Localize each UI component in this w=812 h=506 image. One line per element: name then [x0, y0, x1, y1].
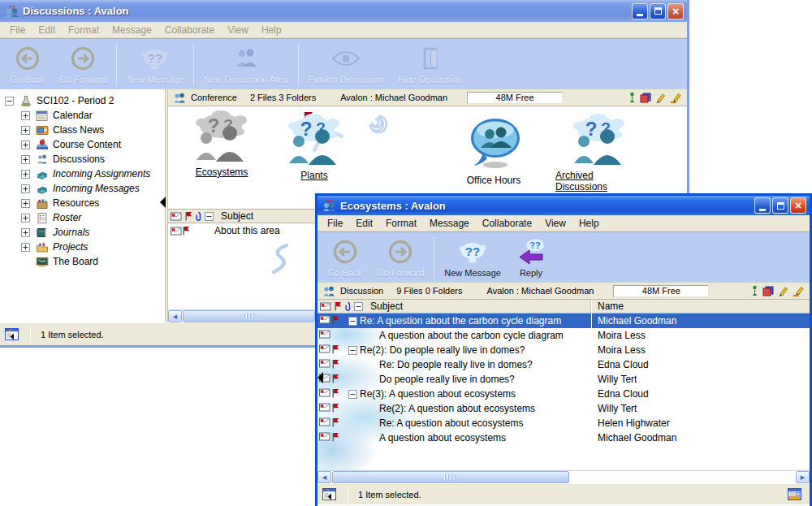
menu-file[interactable]: File	[321, 216, 349, 231]
maximize-button[interactable]	[772, 197, 788, 214]
toolbar-reply-button[interactable]: ??Reply	[508, 235, 554, 281]
tree-item-resources[interactable]: Resources	[0, 196, 165, 210]
menu-format[interactable]: Format	[62, 23, 106, 37]
expand-icon[interactable]	[21, 243, 30, 252]
collapse-all-icon[interactable]	[205, 212, 214, 221]
new-message-icon: ??	[140, 44, 171, 73]
menu-file[interactable]: File	[3, 23, 32, 37]
go-forward-label: Go Forward	[59, 75, 106, 84]
menu-help[interactable]: Help	[572, 216, 606, 231]
expand-icon[interactable]	[21, 141, 30, 149]
conference-item-ecosystems[interactable]: ??Ecosystems	[191, 110, 253, 178]
conference-item-plants[interactable]: ??Plants	[283, 113, 345, 181]
calendar-icon	[36, 110, 49, 122]
collapse-icon[interactable]	[5, 97, 14, 106]
collapse-all-icon[interactable]	[354, 302, 363, 311]
scroll-left-arrow[interactable]: ◀	[317, 471, 331, 483]
message-row[interactable]: A question about the carbon cycle diagra…	[317, 328, 810, 343]
menu-format[interactable]: Format	[379, 216, 423, 231]
minimize-button[interactable]	[632, 3, 648, 19]
file-folder-count: 9 Files 0 Folders	[396, 286, 462, 296]
message-row[interactable]: Re(3): A question about ecosystemsEdna C…	[317, 387, 810, 401]
toolbar-go-forward-button[interactable]: Go Forward	[52, 41, 114, 88]
toolbar-new-message-button[interactable]: ??New Message	[119, 41, 191, 88]
expand-icon[interactable]	[21, 214, 30, 223]
tree-item-incoming-assignments[interactable]: Incoming Assignments	[0, 167, 165, 181]
svg-text:??: ??	[465, 244, 480, 258]
titlebar-discussions[interactable]: ?? Discussions : Avalon ×	[0, 0, 687, 22]
toolbar-go-back-button[interactable]: Go Back	[3, 41, 52, 88]
close-button[interactable]: ×	[790, 197, 806, 214]
menu-collaborate[interactable]: Collaborate	[158, 23, 221, 37]
menu-collaborate[interactable]: Collaborate	[476, 216, 538, 231]
toolbar-new-message-button[interactable]: ??New Message	[437, 235, 508, 281]
expand-icon[interactable]	[21, 184, 30, 193]
scroll-right-arrow[interactable]: ▶	[796, 471, 810, 483]
tree-item-projects[interactable]: Projects	[0, 240, 165, 254]
scrollbar-thumb[interactable]	[183, 310, 315, 322]
tree-root[interactable]: SCI102 - Period 2	[0, 93, 165, 108]
collapse-pane-arrow[interactable]	[317, 372, 323, 383]
tree-item-journals[interactable]: Journals	[0, 225, 165, 240]
menu-message[interactable]: Message	[106, 23, 158, 37]
list-column-header[interactable]: Subject Name	[317, 300, 810, 314]
menu-edit[interactable]: Edit	[32, 23, 62, 37]
toggle-panel-icon[interactable]	[5, 328, 19, 340]
collapse-icon[interactable]	[348, 346, 357, 355]
tree-item-class-news[interactable]: Class News	[0, 123, 165, 137]
expand-icon[interactable]	[21, 199, 30, 208]
expand-icon[interactable]	[21, 126, 30, 135]
reply-label: Reply	[520, 268, 542, 278]
menu-view[interactable]: View	[221, 23, 255, 37]
tree-item-label: The Board	[53, 256, 98, 267]
expand-icon[interactable]	[21, 228, 30, 237]
message-row[interactable]: Re: Do people really live in domes?Edna …	[317, 357, 810, 372]
message-row[interactable]: Re: A question about the carbon cycle di…	[317, 314, 810, 328]
message-row[interactable]: Re: A question about ecosystemsHelen Hig…	[317, 416, 810, 430]
maximize-button[interactable]	[650, 3, 666, 19]
collapse-icon[interactable]	[348, 390, 357, 399]
message-subject: A question about the carbon cycle diagra…	[379, 330, 564, 341]
toolbar-separator	[193, 43, 194, 86]
tree-item-roster[interactable]: Roster	[0, 210, 165, 225]
expand-icon[interactable]	[21, 111, 30, 120]
menu-help[interactable]: Help	[255, 23, 288, 37]
minimize-button[interactable]	[754, 197, 771, 214]
toolbar-go-back-button[interactable]: Go Back	[321, 235, 369, 281]
collapse-icon[interactable]	[348, 317, 357, 326]
horizontal-scrollbar[interactable]: ◀ ▶	[317, 470, 810, 483]
menu-message[interactable]: Message	[423, 216, 476, 231]
conference-item-archived-discussions[interactable]: ??Archived Discussions	[555, 113, 643, 192]
close-button[interactable]: ×	[667, 3, 684, 19]
scroll-left-arrow[interactable]: ◀	[168, 310, 182, 322]
tree-item-discussions[interactable]: Discussions	[0, 152, 165, 167]
message-row[interactable]: Do people really live in domes?Willy Ter…	[317, 372, 810, 387]
tree-item-the-board[interactable]: The Board	[0, 254, 165, 269]
titlebar-ecosystems[interactable]: ?? Ecosystems : Avalon ×	[317, 196, 810, 215]
scrollbar-thumb[interactable]	[332, 471, 569, 483]
toolbar-hide-discussion-button[interactable]: Hide Discussion	[391, 41, 469, 88]
envelope-icon	[171, 227, 182, 236]
toolbar-publish-discussion-button[interactable]: Publish Discussion	[301, 41, 391, 88]
new-discussion-area-label: New Discussion Area	[204, 75, 288, 84]
tree-item-incoming-messages[interactable]: Incoming Messages	[0, 181, 165, 196]
toolbar-new-discussion-area-button[interactable]: New Discussion Area	[197, 41, 296, 88]
message-author: Willy Tert	[591, 401, 637, 416]
layers-icon	[762, 286, 774, 296]
tree-item-course-content[interactable]: Course Content	[0, 137, 165, 152]
message-row[interactable]: Re(2): Do people really live in domes?Mo…	[317, 343, 810, 357]
toolbar-go-forward-button[interactable]: Go Forward	[369, 235, 431, 281]
tree-item-calendar[interactable]: Calendar	[0, 108, 165, 123]
expand-icon[interactable]	[21, 170, 30, 179]
view-options-icon[interactable]	[788, 488, 801, 500]
toggle-panel-icon[interactable]	[322, 488, 336, 500]
menu-edit[interactable]: Edit	[349, 216, 379, 231]
message-row[interactable]: A question about ecosystemsMichael Goodm…	[317, 430, 810, 445]
decoration-squiggle	[267, 241, 293, 279]
expand-icon[interactable]	[21, 155, 30, 164]
conference-item-office-hours[interactable]: Office Hours	[461, 116, 526, 186]
collapse-pane-arrow[interactable]	[160, 197, 166, 208]
menu-view[interactable]: View	[538, 216, 572, 231]
conference-item-label: Archived Discussions	[555, 170, 643, 192]
message-row[interactable]: Re(2): A question about ecosystemsWilly …	[317, 401, 810, 416]
